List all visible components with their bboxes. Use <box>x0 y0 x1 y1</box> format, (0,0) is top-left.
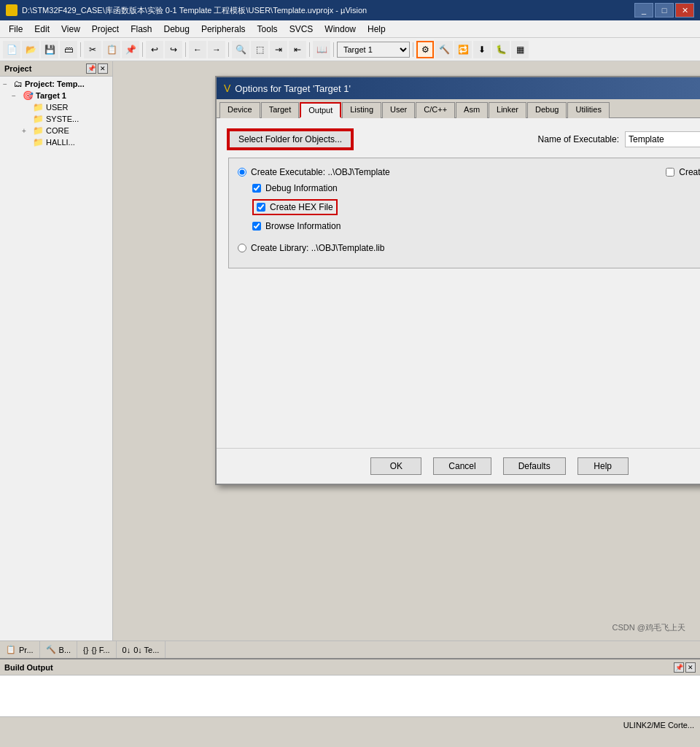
folder-icon: 📁 <box>33 125 44 136</box>
tree-item-core[interactable]: + 📁 CORE <box>1 125 111 136</box>
create-batch-checkbox[interactable] <box>666 168 674 177</box>
separator-4 <box>228 42 229 57</box>
menu-file[interactable]: File <box>3 23 28 36</box>
tab-cpp[interactable]: C/C++ <box>416 102 455 118</box>
menu-window[interactable]: Window <box>319 23 362 36</box>
tree-item-user[interactable]: 📁 USER <box>1 101 111 113</box>
bottom-tab-templates-label: 0↓ Te... <box>133 646 159 654</box>
menu-edit[interactable]: Edit <box>28 23 55 36</box>
select-folder-button[interactable]: Select Folder for Objects... <box>228 130 352 149</box>
name-of-executable-input[interactable] <box>625 131 700 147</box>
tab-output[interactable]: Output <box>300 102 341 118</box>
toolbar-redo[interactable]: ↪ <box>165 41 182 58</box>
panel-close-btn[interactable]: ✕ <box>98 63 108 74</box>
menu-debug[interactable]: Debug <box>158 23 195 36</box>
create-executable-label: Create Executable: ..\OBJ\Template <box>251 167 390 177</box>
tab-utilities[interactable]: Utilities <box>567 102 609 118</box>
toolbar-download[interactable]: ⬇ <box>473 41 491 58</box>
menu-svcs[interactable]: SVCS <box>284 23 319 36</box>
defaults-button[interactable]: Defaults <box>503 457 566 475</box>
tree-item-target1[interactable]: − 🎯 Target 1 <box>1 90 111 101</box>
bottom-tab-project[interactable]: 📋 Pr... <box>0 641 40 658</box>
name-of-executable-group: Name of Executable: <box>538 131 700 147</box>
tab-listing[interactable]: Listing <box>342 102 381 118</box>
expand-icon: − <box>3 80 12 88</box>
toolbar-replace[interactable]: ⬚ <box>251 41 268 58</box>
create-hex-checkbox[interactable] <box>257 203 265 212</box>
panel-pin-btn[interactable]: 📌 <box>86 63 96 74</box>
create-batch-checkbox-group: Create Batch File <box>666 167 700 177</box>
dialog-button-row: OK Cancel Defaults Help <box>217 448 700 484</box>
debug-info-label: Debug Information <box>265 183 338 193</box>
toolbar-new[interactable]: 📄 <box>3 41 20 58</box>
separator-2 <box>142 42 143 57</box>
build-output-pin-btn[interactable]: 📌 <box>674 662 684 673</box>
folder-icon: 📁 <box>33 114 44 124</box>
dialog-body: Select Folder for Objects... Name of Exe… <box>217 118 700 448</box>
create-executable-radio[interactable] <box>238 168 246 177</box>
toolbar-book[interactable]: 📖 <box>313 41 330 58</box>
menu-view[interactable]: View <box>55 23 86 36</box>
create-library-radio[interactable] <box>238 244 246 252</box>
toolbar-copy[interactable]: 📋 <box>103 41 120 58</box>
toolbar-outdent[interactable]: ⇤ <box>289 41 306 58</box>
close-button[interactable]: ✕ <box>675 3 694 18</box>
create-batch-label: Create Batch File <box>679 167 700 177</box>
tree-label: USER <box>46 103 69 112</box>
toolbar-indent[interactable]: ⇥ <box>270 41 287 58</box>
build-output-panel: Build Output 📌 ✕ <box>0 658 700 716</box>
expand-icon: − <box>12 92 20 100</box>
tree-item-halli[interactable]: 📁 HALLI... <box>1 136 111 148</box>
toolbar-build[interactable]: 🔨 <box>435 41 453 58</box>
bottom-tab-build[interactable]: 🔨 B... <box>40 641 78 658</box>
dialog-title-bar: V Options for Target 'Target 1' ✕ <box>217 77 700 99</box>
status-bar-text: ULINK2/ME Corte... <box>623 721 694 729</box>
toolbar-options[interactable]: ⚙ <box>416 41 434 58</box>
menu-tools[interactable]: Tools <box>252 23 284 36</box>
minimize-button[interactable]: _ <box>634 3 653 18</box>
name-of-executable-label: Name of Executable: <box>538 134 619 144</box>
tree-item-project[interactable]: − 🗂 Project: Temp... <box>1 78 111 90</box>
tab-debug[interactable]: Debug <box>527 102 567 118</box>
tab-device[interactable]: Device <box>219 102 260 118</box>
toolbar-nav-back[interactable]: ← <box>189 41 206 58</box>
menu-flash[interactable]: Flash <box>125 23 158 36</box>
toolbar-paste[interactable]: 📌 <box>122 41 139 58</box>
help-button[interactable]: Help <box>578 457 629 475</box>
tab-target[interactable]: Target <box>261 102 300 118</box>
ok-button[interactable]: OK <box>370 457 421 475</box>
bottom-tab-templates[interactable]: 0↓ 0↓ Te... <box>117 641 166 658</box>
tree-item-system[interactable]: 📁 SYSTE... <box>1 113 111 125</box>
menu-help[interactable]: Help <box>362 23 392 36</box>
toolbar-undo[interactable]: ↩ <box>146 41 163 58</box>
window-title: D:\STM32F429_CASE\库函数版本\实验 0-1 Template … <box>22 5 367 16</box>
bottom-tab-functions[interactable]: {} {} F... <box>77 641 116 658</box>
toolbar-cut[interactable]: ✂ <box>84 41 101 58</box>
tab-user[interactable]: User <box>382 102 415 118</box>
toolbar-save-all[interactable]: 🗃 <box>60 41 77 58</box>
tab-asm[interactable]: Asm <box>456 102 488 118</box>
toolbar-save[interactable]: 💾 <box>41 41 58 58</box>
bottom-tab-functions-label: {} F... <box>91 646 109 654</box>
tree-label: Target 1 <box>36 91 66 100</box>
debug-info-checkbox[interactable] <box>252 184 261 193</box>
maximize-button[interactable]: □ <box>655 3 674 18</box>
toolbar-search[interactable]: 🔍 <box>232 41 249 58</box>
tab-linker[interactable]: Linker <box>489 102 526 118</box>
browse-info-checkbox[interactable] <box>252 222 261 231</box>
toolbar-rebuild[interactable]: 🔁 <box>454 41 472 58</box>
toolbar-open[interactable]: 📂 <box>22 41 39 58</box>
toolbar-multi[interactable]: ▦ <box>511 41 529 58</box>
cancel-button[interactable]: Cancel <box>433 457 491 475</box>
build-output-close-btn[interactable]: ✕ <box>685 662 696 673</box>
debug-info-row: Debug Information <box>252 183 390 193</box>
toolbar-debug[interactable]: 🐛 <box>492 41 510 58</box>
menu-peripherals[interactable]: Peripherals <box>195 23 252 36</box>
separator-6 <box>333 42 334 57</box>
bottom-tabs: 📋 Pr... 🔨 B... {} {} F... 0↓ 0↓ Te... <box>0 640 700 658</box>
toolbar-nav-fwd[interactable]: → <box>208 41 225 58</box>
create-library-radio-group: Create Library: ..\OBJ\Template.lib <box>238 243 384 253</box>
target-select[interactable]: Target 1 <box>337 42 410 58</box>
menu-project[interactable]: Project <box>86 23 125 36</box>
options-dialog: V Options for Target 'Target 1' ✕ Device… <box>215 76 700 485</box>
